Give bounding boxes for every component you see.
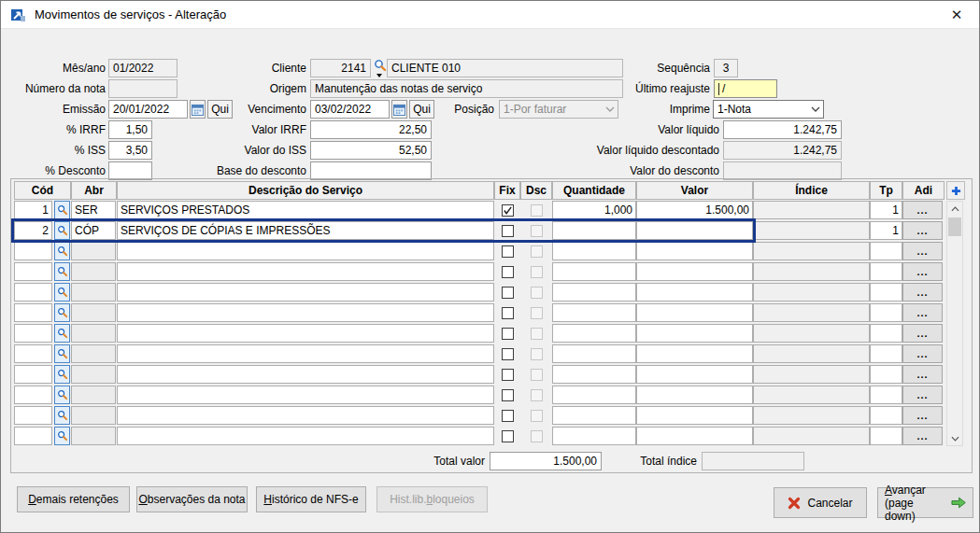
quantidade-cell[interactable]: [552, 221, 636, 240]
descricao-cell[interactable]: [117, 386, 494, 404]
cod-cell[interactable]: [14, 303, 52, 322]
fix-checkbox[interactable]: [502, 245, 514, 258]
imprime-select[interactable]: 1-Nota: [713, 100, 824, 119]
historico-nfse-button[interactable]: Histórico de NFS-e: [256, 486, 366, 512]
descricao-cell[interactable]: SERVIÇOS PRESTADOS: [117, 201, 494, 219]
valor-cell[interactable]: [636, 427, 753, 445]
quantidade-cell[interactable]: [552, 324, 636, 343]
cod-cell[interactable]: [14, 324, 52, 343]
fix-checkbox[interactable]: [502, 369, 514, 381]
cod-cell[interactable]: [14, 283, 52, 302]
row-search-button[interactable]: [54, 201, 70, 219]
chevron-down-icon[interactable]: [808, 101, 823, 118]
cod-cell[interactable]: [14, 406, 52, 425]
adi-button[interactable]: ...: [902, 262, 943, 281]
quantidade-cell[interactable]: [552, 427, 636, 445]
cod-cell[interactable]: [14, 344, 52, 363]
base-desconto-field[interactable]: [310, 161, 432, 180]
descricao-cell[interactable]: [117, 324, 494, 343]
cancelar-button[interactable]: Cancelar: [774, 487, 867, 518]
tp-cell[interactable]: [870, 344, 902, 363]
observacoes-da-nota-button[interactable]: Observações da nota: [136, 486, 248, 512]
descricao-cell[interactable]: [117, 344, 494, 363]
scrollbar-thumb[interactable]: [948, 217, 961, 236]
row-search-button[interactable]: [54, 344, 70, 363]
adi-button[interactable]: ...: [902, 201, 943, 219]
tp-cell[interactable]: [870, 242, 902, 260]
demais-retencoes-button[interactable]: Demais retenções: [17, 486, 130, 512]
fix-checkbox[interactable]: [502, 410, 514, 422]
abr-cell[interactable]: CÓP: [71, 221, 116, 240]
cliente-dropdown-icon[interactable]: [376, 74, 382, 77]
vencimento-weekday-button[interactable]: Qui: [409, 100, 434, 119]
fix-checkbox[interactable]: [502, 348, 514, 360]
adi-button[interactable]: ...: [902, 242, 943, 260]
vencimento-field[interactable]: 03/02/2022: [310, 100, 390, 119]
adi-button[interactable]: ...: [902, 324, 943, 343]
abr-cell[interactable]: [71, 262, 116, 281]
tp-cell[interactable]: 1: [870, 201, 902, 219]
row-search-button[interactable]: [54, 324, 70, 343]
fix-checkbox[interactable]: [502, 266, 514, 278]
quantidade-cell[interactable]: 1,000: [552, 201, 636, 219]
row-search-button[interactable]: [54, 303, 70, 322]
quantidade-cell[interactable]: [552, 283, 636, 302]
valor-cell[interactable]: [636, 386, 753, 404]
valor-iss-field[interactable]: 52,50: [310, 141, 432, 160]
fix-checkbox[interactable]: [502, 225, 514, 237]
row-search-button[interactable]: [54, 386, 70, 404]
quantidade-cell[interactable]: [552, 344, 636, 363]
valor-cell[interactable]: [636, 324, 753, 343]
abr-cell[interactable]: [71, 283, 116, 302]
row-search-button[interactable]: [54, 221, 70, 240]
emissao-weekday-button[interactable]: Qui: [207, 100, 233, 119]
abr-cell[interactable]: [71, 406, 116, 425]
quantidade-cell[interactable]: [552, 262, 636, 281]
valor-cell[interactable]: [636, 365, 753, 384]
cod-cell[interactable]: [14, 242, 52, 260]
row-search-button[interactable]: [54, 283, 70, 302]
grid-scrollbar[interactable]: [946, 201, 963, 446]
fix-checkbox[interactable]: [502, 204, 514, 217]
close-icon[interactable]: ✕: [940, 1, 973, 28]
abr-cell[interactable]: [71, 324, 116, 343]
abr-cell[interactable]: [71, 427, 116, 445]
valor-cell[interactable]: [636, 303, 753, 322]
vencimento-calendar-button[interactable]: [391, 100, 407, 119]
emissao-calendar-button[interactable]: [190, 100, 206, 119]
valor-cell[interactable]: [636, 283, 753, 302]
fix-checkbox[interactable]: [502, 430, 514, 442]
ultimo-reajuste-field[interactable]: /: [714, 79, 777, 98]
quantidade-cell[interactable]: [552, 406, 636, 425]
valor-cell[interactable]: [636, 406, 753, 425]
tp-cell[interactable]: [870, 283, 902, 302]
scroll-up-icon[interactable]: [947, 202, 962, 216]
adi-button[interactable]: ...: [902, 406, 943, 425]
descricao-cell[interactable]: [117, 242, 494, 260]
tp-cell[interactable]: [870, 303, 902, 322]
adi-button[interactable]: ...: [902, 221, 943, 240]
valor-irrf-field[interactable]: 22,50: [310, 120, 432, 139]
abr-cell[interactable]: [71, 242, 116, 260]
quantidade-cell[interactable]: [552, 365, 636, 384]
adi-button[interactable]: ...: [902, 427, 943, 445]
tp-cell[interactable]: 1: [870, 221, 902, 240]
cod-cell[interactable]: [14, 365, 52, 384]
descricao-cell[interactable]: [117, 283, 494, 302]
descricao-cell[interactable]: [117, 406, 494, 425]
tp-cell[interactable]: [870, 427, 902, 445]
tp-cell[interactable]: [870, 406, 902, 425]
valor-cell[interactable]: 1.500,00: [636, 201, 753, 219]
adi-button[interactable]: ...: [902, 386, 943, 404]
adi-button[interactable]: ...: [902, 283, 943, 302]
abr-cell[interactable]: SER: [71, 201, 116, 219]
abr-cell[interactable]: [71, 303, 116, 322]
scroll-down-icon[interactable]: [947, 431, 962, 445]
avancar-button[interactable]: Avançar(page down): [877, 487, 973, 518]
adi-button[interactable]: ...: [902, 344, 943, 363]
tp-cell[interactable]: [870, 262, 902, 281]
abr-cell[interactable]: [71, 344, 116, 363]
fix-checkbox[interactable]: [502, 307, 514, 319]
row-search-button[interactable]: [54, 365, 70, 384]
cod-cell[interactable]: [14, 427, 52, 445]
